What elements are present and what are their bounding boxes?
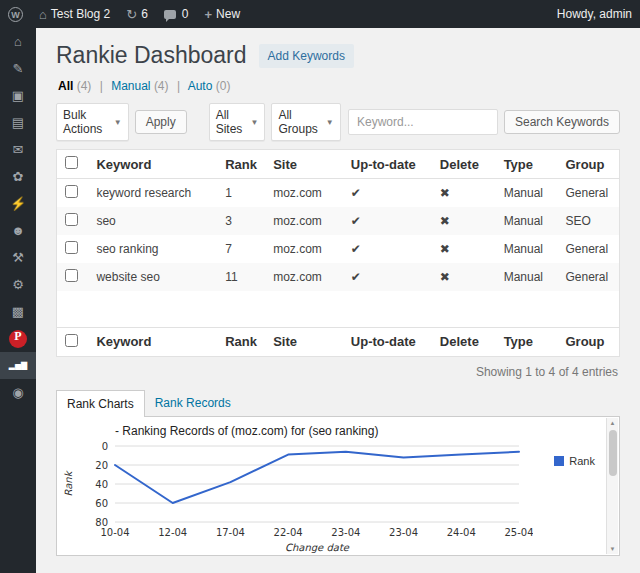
comments-bubble-icon bbox=[164, 10, 176, 19]
site-menu[interactable]: ⌂ Test Blog 2 bbox=[31, 0, 118, 28]
col-keyword: Keyword bbox=[88, 150, 217, 179]
row-checkbox[interactable] bbox=[65, 185, 78, 198]
rank-cell: 11 bbox=[217, 263, 265, 291]
filter-auto-count: (0) bbox=[216, 79, 231, 93]
tab-rank-records[interactable]: Rank Records bbox=[145, 390, 241, 416]
plugins-icon: ⚡ bbox=[10, 197, 26, 210]
sidebar-item-tools[interactable]: ⚒ bbox=[0, 244, 36, 271]
sidebar-item-pages[interactable]: ▤ bbox=[0, 109, 36, 136]
wordpress-logo-menu[interactable]: W bbox=[0, 0, 31, 28]
chart-panel: - Ranking Records of (moz.com) for (seo … bbox=[56, 416, 620, 556]
col-keyword: Keyword bbox=[88, 327, 217, 356]
keyword-search-input[interactable] bbox=[348, 109, 498, 135]
scroll-down-icon[interactable]: ▼ bbox=[610, 544, 616, 554]
all-groups-label: All Groups bbox=[278, 108, 317, 136]
new-content-menu[interactable]: + New bbox=[197, 0, 249, 28]
page-title: Rankie Dashboard bbox=[56, 42, 247, 69]
tab-rank-charts[interactable]: Rank Charts bbox=[56, 390, 145, 417]
col-delete: Delete bbox=[432, 327, 496, 356]
up-to-date-check-icon: ✔ bbox=[343, 207, 432, 235]
col-rank: Rank bbox=[217, 327, 265, 356]
sidebar-item-rankie[interactable]: ▂▅▇ bbox=[0, 352, 36, 379]
home-icon: ⌂ bbox=[39, 7, 47, 22]
row-checkbox[interactable] bbox=[65, 241, 78, 254]
svg-text:23-04: 23-04 bbox=[389, 527, 418, 538]
delete-icon[interactable]: ✖ bbox=[432, 179, 496, 208]
site-cell: moz.com bbox=[265, 207, 343, 235]
legend-swatch-icon bbox=[554, 456, 564, 466]
delete-icon[interactable]: ✖ bbox=[432, 207, 496, 235]
up-to-date-check-icon: ✔ bbox=[343, 179, 432, 208]
main-content: Rankie Dashboard Add Keywords All (4) | … bbox=[36, 28, 640, 573]
col-up-to-date: Up-to-date bbox=[343, 327, 432, 356]
keyword-cell: keyword research bbox=[88, 179, 217, 208]
sidebar-item-dashboard[interactable]: ⌂ bbox=[0, 28, 36, 55]
svg-text:17-04: 17-04 bbox=[216, 527, 245, 538]
chevron-down-icon: ▼ bbox=[251, 118, 259, 127]
row-checkbox[interactable] bbox=[65, 213, 78, 226]
comments-menu[interactable]: 0 bbox=[156, 0, 197, 28]
col-group: Group bbox=[557, 327, 619, 356]
sidebar-item-pinterest[interactable]: P bbox=[0, 325, 36, 352]
all-groups-select[interactable]: All Groups ▼ bbox=[271, 103, 340, 141]
rank-cell: 3 bbox=[217, 207, 265, 235]
site-cell: moz.com bbox=[265, 235, 343, 263]
scrollbar-thumb[interactable] bbox=[609, 430, 617, 476]
svg-text:0: 0 bbox=[102, 440, 108, 451]
chart-legend: Rank bbox=[554, 455, 595, 467]
col-delete: Delete bbox=[432, 150, 496, 179]
sidebar-item-collapse[interactable]: ◉ bbox=[0, 379, 36, 406]
up-to-date-check-icon: ✔ bbox=[343, 263, 432, 291]
apply-button[interactable]: Apply bbox=[135, 110, 187, 134]
table-row: website seo 11 moz.com ✔ ✖ Manual Genera… bbox=[57, 263, 620, 291]
account-menu[interactable]: Howdy, admin bbox=[549, 0, 640, 28]
sidebar-item-appearance[interactable]: ✿ bbox=[0, 163, 36, 190]
table-empty-space bbox=[57, 291, 620, 327]
type-cell: Manual bbox=[496, 207, 558, 235]
dashboard-icon: ⌂ bbox=[14, 35, 22, 48]
chart-scrollbar[interactable]: ▲ ▼ bbox=[606, 418, 618, 554]
sidebar-item-settings[interactable]: ⚙ bbox=[0, 271, 36, 298]
search-keywords-button[interactable]: Search Keywords bbox=[504, 110, 620, 134]
pinterest-icon: P bbox=[9, 330, 27, 348]
select-all-checkbox[interactable] bbox=[65, 156, 78, 169]
delete-icon[interactable]: ✖ bbox=[432, 263, 496, 291]
comments-icon: ✉ bbox=[13, 143, 24, 156]
group-cell: General bbox=[557, 235, 619, 263]
rank-cell: 7 bbox=[217, 235, 265, 263]
select-all-checkbox-footer[interactable] bbox=[65, 334, 78, 347]
col-group: Group bbox=[557, 150, 619, 179]
row-checkbox[interactable] bbox=[65, 269, 78, 282]
filter-auto[interactable]: Auto bbox=[188, 79, 213, 93]
sidebar-item-plugins[interactable]: ⚡ bbox=[0, 190, 36, 217]
users-icon: ☻ bbox=[11, 224, 25, 237]
sidebar: ⌂ ✎ ▣ ▤ ✉ ✿ ⚡ ☻ ⚒ ⚙ ▩ P ▂▅▇ ◉ bbox=[0, 28, 36, 573]
settings-icon: ⚙ bbox=[12, 278, 24, 291]
svg-text:22-04: 22-04 bbox=[274, 527, 303, 538]
add-keywords-button[interactable]: Add Keywords bbox=[259, 44, 354, 68]
sidebar-item-seo-plugin[interactable]: ▩ bbox=[0, 298, 36, 325]
bulk-actions-select[interactable]: Bulk Actions ▼ bbox=[56, 103, 129, 141]
delete-icon[interactable]: ✖ bbox=[432, 235, 496, 263]
svg-text:25-04: 25-04 bbox=[504, 527, 533, 538]
sidebar-item-comments[interactable]: ✉ bbox=[0, 136, 36, 163]
all-sites-select[interactable]: All Sites ▼ bbox=[209, 103, 266, 141]
admin-bar: W ⌂ Test Blog 2 ↻ 6 0 + New Howdy, admin bbox=[0, 0, 640, 28]
group-cell: General bbox=[557, 179, 619, 208]
svg-text:12-04: 12-04 bbox=[158, 527, 187, 538]
table-header-row: Keyword Rank Site Up-to-date Delete Type… bbox=[57, 150, 620, 179]
pages-icon: ▤ bbox=[12, 116, 24, 129]
rank-chart-svg: 02040608010-0412-0417-0422-0423-0423-042… bbox=[59, 438, 533, 554]
sidebar-item-media[interactable]: ▣ bbox=[0, 82, 36, 109]
keyword-cell: seo bbox=[88, 207, 217, 235]
scroll-up-icon[interactable]: ▲ bbox=[610, 418, 616, 428]
updates-menu[interactable]: ↻ 6 bbox=[118, 0, 156, 28]
filter-manual[interactable]: Manual bbox=[111, 79, 150, 93]
sidebar-item-users[interactable]: ☻ bbox=[0, 217, 36, 244]
tools-icon: ⚒ bbox=[12, 251, 24, 264]
legend-label: Rank bbox=[569, 455, 595, 467]
sidebar-item-posts[interactable]: ✎ bbox=[0, 55, 36, 82]
svg-text:23-04: 23-04 bbox=[331, 527, 360, 538]
filter-all[interactable]: All bbox=[58, 79, 73, 93]
showing-entries: Showing 1 to 4 of 4 entries bbox=[56, 365, 618, 379]
